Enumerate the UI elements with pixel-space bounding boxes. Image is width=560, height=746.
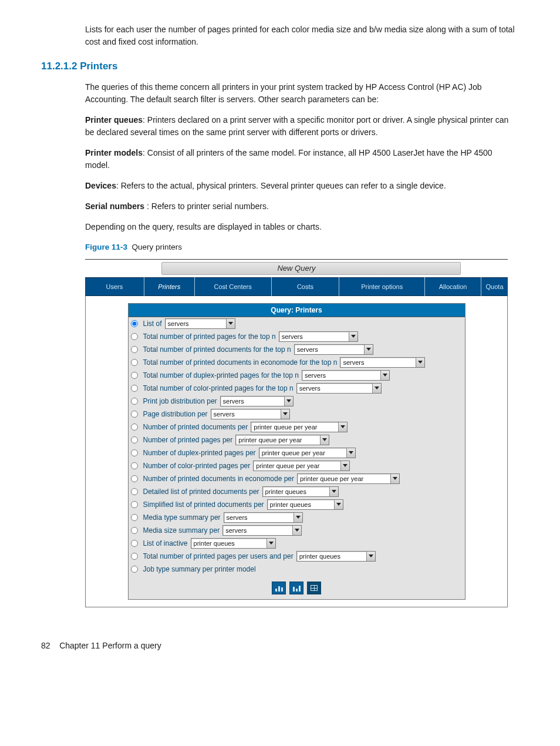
chevron-down-icon xyxy=(416,358,424,367)
select-detailed-docs-per[interactable]: printer queues xyxy=(262,486,339,497)
radio-page-dist[interactable] xyxy=(131,411,138,418)
radio-num-pages-per[interactable] xyxy=(131,436,138,443)
label-color-pages-top-n: Total number of color-printed pages for … xyxy=(143,383,294,394)
select-pages-users-per[interactable]: printer queues xyxy=(296,551,376,562)
select-value: servers xyxy=(297,345,318,355)
radio-pages-users-per[interactable] xyxy=(131,553,138,560)
query-row-duplex-pages-per: Number of duplex-printed pages per print… xyxy=(129,446,465,459)
radio-duplex-pages-top-n[interactable] xyxy=(131,372,138,379)
select-printed-pages-top-n[interactable]: servers xyxy=(279,331,358,342)
radio-color-pages-top-n[interactable] xyxy=(131,385,138,392)
radio-color-pages-per[interactable] xyxy=(131,462,138,469)
chart-bar-alt-button[interactable] xyxy=(289,582,303,594)
select-media-size[interactable]: servers xyxy=(222,525,302,536)
select-page-dist[interactable]: servers xyxy=(211,409,290,419)
select-value: servers xyxy=(168,319,189,329)
tab-printer-options[interactable]: Printer options xyxy=(339,277,424,296)
tab-users[interactable]: Users xyxy=(85,277,144,296)
query-row-printed-docs-top-n: Total number of printed documents for th… xyxy=(129,343,465,356)
chevron-down-icon xyxy=(266,539,275,548)
chevron-down-icon xyxy=(334,500,343,509)
chevron-down-icon xyxy=(284,396,293,406)
figure-label: Figure 11-3 xyxy=(85,243,127,251)
select-printed-docs-top-n[interactable]: servers xyxy=(294,344,373,355)
chevron-down-icon xyxy=(364,345,373,354)
tab-printers[interactable]: Printers xyxy=(144,277,194,296)
select-list-of[interactable]: servers xyxy=(165,318,235,329)
table-view-button[interactable] xyxy=(307,582,321,594)
select-color-pages-per[interactable]: printer queue per year xyxy=(253,461,350,471)
query-row-econ-docs-top-n: Total number of printed documents in eco… xyxy=(129,356,465,369)
tab-cost-centers[interactable]: Cost Centers xyxy=(195,277,271,296)
radio-detailed-docs-per[interactable] xyxy=(131,488,138,495)
def-printer-queues: Printer queues: Printers declared on a p… xyxy=(85,114,519,139)
label-duplex-pages-per: Number of duplex-printed pages per xyxy=(143,448,256,458)
chevron-down-icon xyxy=(340,461,349,471)
def-serial-text: : Refers to printer serial numbers. xyxy=(144,201,269,211)
select-value: servers xyxy=(227,513,248,523)
new-query-label: New Query xyxy=(277,263,315,274)
chevron-down-icon xyxy=(349,332,357,341)
radio-list-of[interactable] xyxy=(131,320,138,327)
chart-bar-button[interactable] xyxy=(272,582,286,594)
radio-printed-docs-top-n[interactable] xyxy=(131,346,138,353)
label-color-pages-per: Number of color-printed pages per xyxy=(143,461,251,471)
query-row-list-of: List of servers xyxy=(129,317,465,330)
chevron-down-icon xyxy=(366,552,375,561)
radio-media-size[interactable] xyxy=(131,527,138,534)
radio-media-type[interactable] xyxy=(131,514,138,521)
select-color-pages-top-n[interactable]: servers xyxy=(296,383,382,394)
query-row-color-pages-per: Number of color-printed pages per printe… xyxy=(129,459,465,472)
select-media-type[interactable]: servers xyxy=(224,512,303,523)
figure-title: Query printers xyxy=(132,243,183,251)
bar-chart-icon xyxy=(275,584,283,592)
def-printer-queues-text: : Printers declared on a print server wi… xyxy=(85,115,508,137)
new-query-title-bar: New Query xyxy=(85,260,508,277)
def-printer-queues-label: Printer queues xyxy=(85,115,143,125)
radio-econ-docs-top-n[interactable] xyxy=(131,359,138,366)
select-num-docs-per[interactable]: printer queue per year xyxy=(251,422,348,432)
query-printers-screenshot: New Query Users Printers Cost Centers Co… xyxy=(85,259,508,607)
def-printer-models-label: Printer models xyxy=(85,148,143,157)
select-value: printer queue per year xyxy=(238,435,302,445)
def-serial-label: Serial numbers xyxy=(85,201,144,211)
label-num-pages-per: Number of printed pages per xyxy=(143,435,233,445)
tab-costs[interactable]: Costs xyxy=(272,277,339,296)
radio-print-job-dist[interactable] xyxy=(131,398,138,405)
select-econ-docs-per[interactable]: printer queue per year xyxy=(297,473,400,484)
select-value: servers xyxy=(299,384,321,394)
select-num-pages-per[interactable]: printer queue per year xyxy=(235,435,329,445)
label-print-job-dist: Print job distribution per xyxy=(143,396,217,406)
chevron-down-icon xyxy=(294,513,302,522)
radio-econ-docs-per[interactable] xyxy=(131,475,138,482)
label-page-dist: Page distribution per xyxy=(143,409,208,419)
select-value: printer queues xyxy=(270,500,311,510)
label-num-docs-per: Number of printed documents per xyxy=(143,422,248,432)
chevron-down-icon xyxy=(372,384,381,393)
radio-simplified-docs-per[interactable] xyxy=(131,501,138,508)
chevron-down-icon xyxy=(226,319,235,328)
query-row-num-pages-per: Number of printed pages per printer queu… xyxy=(129,434,465,446)
select-econ-docs-top-n[interactable]: servers xyxy=(340,357,425,368)
radio-num-docs-per[interactable] xyxy=(131,424,138,431)
chevron-down-icon xyxy=(281,409,289,419)
select-value: servers xyxy=(223,396,244,406)
page-number: 82 xyxy=(41,641,50,650)
tab-quota[interactable]: Quota xyxy=(481,277,508,296)
result-view-buttons xyxy=(129,576,465,599)
query-row-print-job-dist: Print job distribution per servers xyxy=(129,395,465,408)
tab-allocation[interactable]: Allocation xyxy=(425,277,481,296)
radio-printed-pages-top-n[interactable] xyxy=(131,333,138,340)
select-inactive[interactable]: printer queues xyxy=(191,538,276,549)
select-duplex-pages-per[interactable]: printer queue per year xyxy=(259,448,356,458)
radio-duplex-pages-per[interactable] xyxy=(131,449,138,456)
query-row-color-pages-top-n: Total number of color-printed pages for … xyxy=(129,382,465,395)
select-print-job-dist[interactable]: servers xyxy=(220,396,294,406)
page-footer: 82 Chapter 11 Perform a query xyxy=(41,640,519,652)
radio-job-type-summary[interactable] xyxy=(131,566,138,573)
radio-inactive[interactable] xyxy=(131,540,138,547)
select-simplified-docs-per[interactable]: printer queues xyxy=(267,499,343,510)
label-list-of: List of xyxy=(143,318,162,329)
select-duplex-pages-top-n[interactable]: servers xyxy=(302,370,390,381)
chapter-title: Chapter 11 Perform a query xyxy=(59,641,161,650)
